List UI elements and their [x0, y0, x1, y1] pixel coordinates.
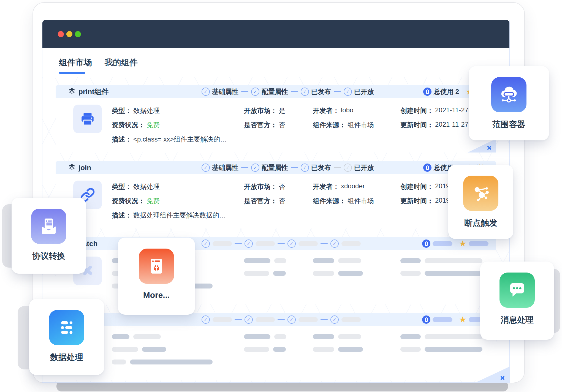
card-stats-skeleton: ★ [422, 315, 488, 324]
check-icon: ✓ [245, 315, 253, 324]
check-icon: ✓ [330, 315, 339, 324]
card-header: join ✓基础属性 ✓配置属性 ✓已发布 ✓已开放 总使用 6 ★ 总评 [56, 161, 496, 174]
field-column: 类型：数据处理 资费状况：免费 描述：数据处理组件主要解决数据的… [112, 181, 244, 225]
usage-count-icon [423, 88, 431, 96]
step-connector [241, 167, 248, 168]
placeholder-bar [256, 317, 275, 322]
placeholder-bar [425, 258, 482, 263]
field-value: 免费 [146, 121, 160, 129]
field-value: 组件市场 [347, 121, 374, 129]
check-icon: ✓ [344, 88, 352, 96]
step-connector [235, 319, 242, 320]
placeholder-bar [244, 347, 269, 352]
field-value: lobo [341, 106, 353, 115]
component-card-print[interactable]: print组件 ✓基础属性 ✓配置属性 ✓已发布 ✓已开放 总使用 2 ★ 总评 [56, 85, 496, 153]
component-name: print组件 [78, 87, 109, 97]
component-title: join [68, 163, 202, 172]
check-icon: ✓ [202, 88, 210, 96]
protocol-conversion-icon [31, 209, 66, 244]
status-steps-skeleton: ✓ ✓ ✓ ✓ [202, 239, 361, 248]
window-titlebar [42, 20, 509, 48]
tab-label: 我的组件 [105, 57, 138, 68]
page: 组件市场 我的组件 print组件 ✓基础属性 [0, 0, 562, 392]
field-value: 数据处理组件主要解决数据的… [133, 211, 226, 220]
placeholder-bar [400, 347, 421, 352]
field-label: 是否官方： [244, 197, 277, 205]
tab-my-components[interactable]: 我的组件 [105, 48, 138, 77]
placeholder-bar [425, 334, 482, 339]
check-icon: ✓ [301, 164, 309, 172]
step-connector [291, 167, 298, 168]
placeholder-bar [112, 334, 129, 339]
step-connector [235, 243, 242, 244]
card-body: 类型：数据处理 资费状况：免费 描述：数据处理组件主要解决数据的… 开放市场：否… [56, 174, 496, 228]
placeholder-bar [133, 334, 161, 339]
floating-card-more[interactable]: More... [118, 238, 195, 315]
skeleton-column [313, 333, 400, 360]
field-value: 数据处理 [133, 182, 160, 191]
close-window-button[interactable] [58, 31, 64, 37]
component-card-skeleton[interactable]: ✓ ✓ ✓ ✓ ★ [56, 313, 496, 380]
component-title: print组件 [68, 87, 202, 97]
placeholder-bar [130, 360, 213, 364]
floating-card-range-container[interactable]: 范围容器 [469, 66, 549, 140]
field-value: 免费 [146, 197, 160, 205]
field-value: 数据处理 [133, 106, 160, 115]
active-tab-underline [59, 72, 85, 74]
field-label: 描述： [112, 135, 132, 144]
check-icon: ✓ [251, 88, 259, 96]
field-value: 是 [279, 106, 285, 115]
star-icon: ★ [459, 315, 466, 324]
floating-card-label: 范围容器 [492, 119, 525, 130]
field-value: 否 [279, 121, 285, 129]
step-label: 已开放 [354, 87, 374, 96]
field-label: 描述： [112, 211, 132, 220]
placeholder-bar [112, 347, 138, 352]
component-name: join [78, 164, 91, 172]
floating-card-breakpoint-trigger[interactable]: 断点触发 [448, 165, 513, 239]
card-corner-close[interactable] [468, 139, 496, 153]
usage-count: 总使用 2 [434, 87, 459, 96]
field-label: 类型： [112, 182, 132, 191]
floating-card-message-processing[interactable]: 消息处理 [480, 262, 554, 340]
step-connector [278, 319, 285, 320]
floating-card-label: 断点触发 [464, 217, 497, 229]
step-connector [241, 91, 248, 92]
step-connector [334, 91, 341, 92]
floating-card-label: 协议转换 [32, 251, 65, 262]
placeholder-bar [400, 271, 421, 276]
floating-card-data-processing[interactable]: 数据处理 [29, 299, 104, 375]
floating-card-protocol-conversion[interactable]: 协议转换 [12, 198, 86, 274]
field-value: 组件市场 [347, 197, 374, 205]
component-card-join[interactable]: join ✓基础属性 ✓配置属性 ✓已发布 ✓已开放 总使用 6 ★ 总评 [56, 161, 496, 228]
field-label: 开发者： [313, 182, 339, 191]
placeholder-bar [341, 317, 361, 322]
field-label: 类型： [112, 106, 132, 115]
zoom-window-button[interactable] [75, 31, 81, 37]
placeholder-bar [338, 258, 361, 263]
card-body-skeleton [56, 326, 496, 380]
card-body: 类型：数据处理 资费状况：免费 描述：<p.class= xx>组件主要解决的…… [56, 98, 496, 153]
close-icon [486, 145, 492, 151]
minimize-window-button[interactable] [66, 31, 72, 37]
field-column: 类型：数据处理 资费状况：免费 描述：<p.class= xx>组件主要解决的… [112, 105, 244, 149]
step-label: 配置属性 [262, 87, 288, 96]
placeholder-bar [313, 258, 334, 263]
field-column: 开发者：xdooder 组件来源：组件市场 [313, 181, 400, 211]
layers-icon [68, 87, 76, 96]
check-icon: ✓ [301, 88, 309, 96]
usage-count-icon [422, 239, 430, 248]
check-icon: ✓ [202, 315, 210, 324]
field-label: 是否官方： [244, 121, 277, 129]
tab-component-market[interactable]: 组件市场 [59, 48, 92, 77]
placeholder-bar [274, 258, 286, 263]
step-label: 已开放 [354, 163, 374, 172]
floating-card-label: 消息处理 [501, 314, 534, 326]
usage-count-icon [422, 315, 430, 324]
placeholder-bar [425, 347, 482, 352]
placeholder-bar [338, 334, 361, 339]
skeleton-column [400, 257, 488, 284]
field-label: 组件来源： [313, 197, 346, 205]
floating-card-label: 数据处理 [50, 352, 83, 363]
layers-icon [68, 163, 76, 172]
